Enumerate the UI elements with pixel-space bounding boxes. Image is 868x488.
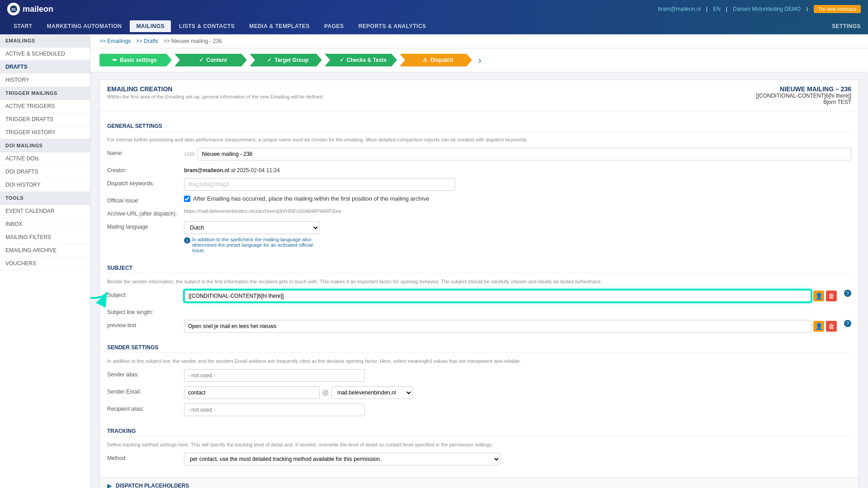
sidebar-item-active-triggers[interactable]: ACTIVE TRIGGERS (0, 100, 90, 113)
tracking-method-select[interactable]: per contact, use the most detailed track… (184, 453, 500, 465)
mailing-language-label: Mailing language (107, 221, 179, 230)
nav-mailings[interactable]: MAILINGS (130, 20, 171, 32)
sidebar-item-active-scheduled[interactable]: ACTIVE & SCHEDULED (0, 47, 90, 61)
sidebar-item-doi-history[interactable]: DOI HISTORY (0, 178, 90, 192)
svg-text:m: m (12, 7, 16, 12)
preview-help-icon[interactable]: ? (844, 320, 851, 327)
preview-text-input-wrap: 👤 🗑 (184, 320, 837, 333)
sidebar-item-event-calendar[interactable]: EVENT CALENDAR (0, 205, 90, 218)
sidebar-section-tools: TOOLS (0, 192, 90, 205)
official-issue-row: Official issue: After Emailing has occur… (107, 195, 851, 204)
general-settings-title: GENERAL SETTINGS (107, 118, 851, 131)
sidebar-item-history[interactable]: HISTORY (0, 74, 90, 87)
subject-line-length-row: Subject line length: (107, 307, 851, 315)
subject-input[interactable] (184, 290, 811, 302)
tracking-title: TRACKING (107, 423, 851, 436)
sidebar-section-trigger-mailings: TRIGGER MAILINGS (0, 87, 90, 100)
sidebar-item-doi-drafts[interactable]: DOI DRAFTS (0, 165, 90, 178)
sender-email-row: Sender Email: @ mail.belevenenbinden.nl (107, 386, 851, 399)
sender-alias-row: Sender alias: (107, 369, 851, 382)
nav-lists-contacts[interactable]: LISTS & CONTACTS (173, 20, 241, 32)
navigation: START MARKETING AUTOMATION MAILINGS LIST… (0, 18, 868, 34)
step-checks-tests[interactable]: ✓ Checks & Tests (325, 54, 397, 66)
subject-help-icon[interactable]: ? (844, 290, 851, 297)
client-separator: | (726, 6, 727, 12)
official-issue-text: After Emailing has occurred, place the m… (193, 195, 429, 202)
emailing-creation-title: EMAILING CREATION (107, 85, 324, 93)
subject-personalize-button[interactable]: 👤 (813, 291, 824, 301)
sidebar-item-inbox[interactable]: INBOX (0, 218, 90, 231)
sender-email-input[interactable] (184, 386, 320, 399)
nav-start[interactable]: START (7, 20, 39, 32)
user-email[interactable]: bram@maileon.nl (658, 6, 701, 12)
dispatch-keywords-row: Dispatch keywords: (107, 178, 851, 191)
mailing-id-info: NIEUWE MAILING – 236 [[CONDITIONAL-CONTE… (756, 85, 851, 105)
nav-settings[interactable]: SETTINGS (832, 23, 861, 29)
sidebar-item-trigger-history[interactable]: TRIGGER HISTORY (0, 126, 90, 139)
step-target-group[interactable]: ✓ Target Group (250, 54, 322, 66)
mailing-language-select[interactable]: Dutch English German French (184, 221, 320, 234)
nav-reports-analytics[interactable]: REPORTS & ANALYTICS (352, 20, 433, 32)
section-content: GENERAL SETTINGS For internal further pr… (100, 111, 859, 477)
sender-domain-select[interactable]: mail.belevenenbinden.nl (331, 386, 413, 399)
logo: m maileon (7, 3, 53, 15)
dispatch-keywords-input[interactable] (184, 178, 455, 191)
step-basic-settings[interactable]: ✏ Basic settings (99, 54, 172, 66)
nav-pages[interactable]: PAGES (318, 20, 350, 32)
language-link[interactable]: EN (713, 6, 721, 12)
info-icon[interactable]: ℹ (806, 6, 808, 12)
archive-url-label: Archive-URL (after dispatch): (107, 208, 179, 217)
preview-delete-button[interactable]: 🗑 (826, 321, 837, 332)
dispatch-keywords-label: Dispatch keywords: (107, 178, 179, 187)
step-check-icon: ✓ (340, 57, 344, 63)
try-new-link[interactable]: Try new interface (814, 5, 861, 13)
sidebar-item-emailing-archive[interactable]: EMAILING ARCHIVE (0, 244, 90, 257)
sidebar-item-vouchers[interactable]: VOUCHERS (0, 257, 90, 270)
preview-text-input[interactable] (184, 320, 811, 333)
breadcrumb-drafts[interactable]: >> Drafts (136, 38, 158, 44)
header: m maileon bram@maileon.nl | EN | Damen M… (0, 0, 868, 18)
emailing-creation-info: EMAILING CREATION Within the first area … (107, 85, 324, 99)
step-content[interactable]: ✓ Content (175, 54, 247, 66)
main-content: >> Emailings >> Drafts >> Nieuwe mailing… (90, 34, 868, 488)
section-title-bar: EMAILING CREATION Within the first area … (100, 80, 859, 111)
archive-url-value: https://mail.belevenenbinden.nl/u/archiv… (184, 208, 341, 214)
nav-marketing-automation[interactable]: MARKETING AUTOMATION (41, 20, 128, 32)
step-label: Target Group (274, 57, 308, 63)
recipient-alias-input[interactable] (184, 404, 365, 416)
general-settings-desc: For internal further processing and late… (107, 137, 851, 142)
sidebar-item-mailing-filters[interactable]: MAILING FILTERS (0, 231, 90, 244)
steps-next-arrow[interactable]: › (478, 55, 481, 66)
sender-settings-desc: In addition to the subject line, the sen… (107, 358, 851, 364)
official-issue-checkbox-wrap: After Emailing has occurred, place the m… (184, 195, 429, 202)
at-symbol: @ (322, 389, 329, 396)
breadcrumb-emailings[interactable]: >> Emailings (99, 38, 131, 44)
breadcrumb-current: >> Nieuwe mailing - 236 (163, 38, 222, 44)
client-name[interactable]: Damen Motorkleding DEMO (733, 6, 801, 12)
archive-url-row: Archive-URL (after dispatch): https://ma… (107, 208, 851, 217)
dispatch-placeholders-section[interactable]: ▶ DISPATCH PLACEHOLDERS (100, 477, 859, 488)
name-input[interactable] (198, 148, 851, 160)
mailing-id-label: NIEUWE MAILING – 236 (756, 85, 851, 93)
sidebar-item-trigger-drafts[interactable]: TRIGGER DRAFTS (0, 113, 90, 126)
mailing-language-row: Mailing language Dutch English German Fr… (107, 221, 851, 253)
sender-email-label: Sender Email: (107, 386, 179, 395)
sidebar-section-emailings: EMAILINGS (0, 34, 90, 47)
nav-media-templates[interactable]: MEDIA & TEMPLATES (243, 20, 316, 32)
recipient-alias-label: Recipient alias: (107, 404, 179, 412)
header-right: bram@maileon.nl | EN | Damen Motorkledin… (658, 5, 861, 13)
preview-text-actions: 👤 🗑 (813, 321, 837, 332)
subject-desc: Beside the sender information, the subje… (107, 279, 851, 284)
official-issue-checkbox[interactable] (184, 196, 190, 202)
lang-separator: | (706, 6, 708, 12)
info-circle-icon: i (184, 237, 190, 244)
sidebar-item-drafts[interactable]: DRAFTS (0, 61, 90, 74)
sender-alias-label: Sender alias: (107, 369, 179, 378)
sidebar-item-active-dois[interactable]: ACTIVE DOIs (0, 152, 90, 165)
preview-personalize-button[interactable]: 👤 (813, 321, 824, 332)
sender-alias-input[interactable] (184, 369, 365, 382)
step-warning-icon: ⚠ (423, 57, 428, 63)
subject-delete-button[interactable]: 🗑 (826, 291, 837, 301)
step-dispatch[interactable]: ⚠ Dispatch (400, 54, 472, 66)
name-label: Name: (107, 148, 179, 156)
